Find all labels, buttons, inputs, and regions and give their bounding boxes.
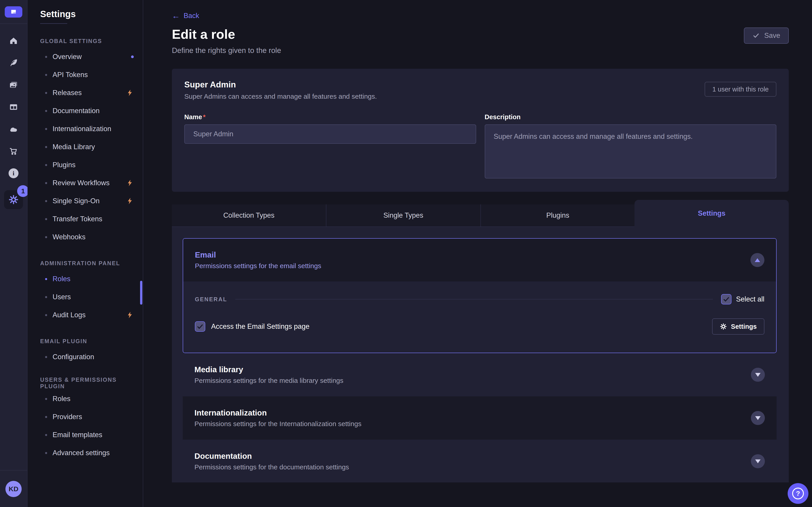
sidebar-item-roles-up[interactable]: Roles [28, 390, 143, 408]
content-manager-icon[interactable] [8, 58, 19, 68]
lightning-icon [126, 197, 134, 205]
accordion-media-library[interactable]: Media library Permissions settings for t… [183, 353, 776, 396]
accordion-subtitle: Permissions settings for the email setti… [195, 262, 321, 270]
sidebar-item-transfer-tokens[interactable]: Transfer Tokens [28, 210, 143, 228]
description-field[interactable]: Super Admins can access and manage all f… [485, 124, 776, 178]
select-all-checkbox[interactable] [721, 294, 731, 304]
sidebar-item-review-workflows[interactable]: Review Workflows [28, 174, 143, 192]
users-with-role-button[interactable]: 1 user with this role [705, 82, 776, 97]
bullet-icon [45, 278, 47, 280]
sidebar-item-advanced-settings[interactable]: Advanced settings [28, 444, 143, 462]
permission-checkbox[interactable] [195, 321, 205, 332]
strapi-logo[interactable] [5, 6, 22, 17]
rail-divider-bottom [0, 470, 27, 470]
sidebar-item-providers[interactable]: Providers [28, 408, 143, 426]
sidebar-item-releases[interactable]: Releases [28, 84, 143, 102]
name-label: Name [184, 113, 202, 121]
settings-tab-panel: Email Permissions settings for the email… [172, 227, 789, 483]
name-field[interactable] [184, 124, 476, 144]
expand-button[interactable] [751, 411, 765, 425]
bullet-icon [45, 314, 47, 316]
check-icon [722, 295, 730, 303]
sidebar-item-overview[interactable]: Overview [28, 48, 143, 66]
accordion-title: Email [195, 250, 321, 259]
role-subtitle: Super Admins can access and manage all f… [184, 93, 377, 100]
subnav-scrollbar[interactable] [140, 281, 142, 305]
sidebar-item-api-tokens[interactable]: API Tokens [28, 66, 143, 84]
page-title: Edit a role [172, 26, 789, 42]
permissions-tabs: Collection Types Single Types Plugins Se… [172, 205, 789, 227]
role-card: Super Admin Super Admins can access and … [172, 69, 789, 192]
tab-collection-types[interactable]: Collection Types [172, 205, 326, 227]
section-administration-panel: ADMINISTRATION PANEL [28, 259, 143, 268]
help-button[interactable]: ? [788, 483, 808, 504]
subnav-divider [40, 23, 67, 24]
check-icon [196, 323, 204, 330]
cloud-icon[interactable] [8, 124, 19, 134]
select-all-label: Select all [736, 295, 764, 303]
sidebar-item-users[interactable]: Users [28, 288, 143, 306]
bullet-icon [45, 236, 47, 238]
page-subtitle: Define the rights given to the role [172, 46, 789, 55]
accordion-documentation[interactable]: Documentation Permissions settings for t… [183, 440, 776, 483]
notification-badge: 1 [17, 185, 29, 197]
bullet-icon [45, 452, 47, 454]
avatar[interactable]: KD [5, 481, 22, 497]
check-icon [753, 32, 760, 39]
bullet-icon [45, 218, 47, 220]
back-link[interactable]: ← Back [172, 12, 199, 20]
sidebar-item-email-templates[interactable]: Email templates [28, 426, 143, 444]
bullet-icon [45, 92, 47, 94]
bullet-icon [45, 398, 47, 400]
collapse-button[interactable] [750, 253, 764, 267]
bullet-icon [45, 110, 47, 112]
lightning-icon [126, 311, 134, 319]
sidebar-item-internationalization[interactable]: Internationalization [28, 120, 143, 138]
bullet-icon [45, 74, 47, 76]
lightning-icon [126, 179, 134, 187]
expand-button[interactable] [751, 368, 765, 382]
back-arrow-icon: ← [172, 12, 180, 20]
bullet-icon [45, 182, 47, 184]
email-settings-button[interactable]: Settings [712, 319, 764, 335]
bullet-icon [45, 434, 47, 436]
icon-rail: i 1 KD [0, 0, 28, 507]
section-divider [235, 299, 713, 299]
sidebar-item-roles-admin[interactable]: Roles [28, 270, 143, 288]
sidebar-item-configuration[interactable]: Configuration [28, 348, 143, 366]
bullet-icon [45, 146, 47, 148]
media-library-icon[interactable] [8, 80, 19, 90]
accordion-internationalization[interactable]: Internationalization Permissions setting… [183, 396, 776, 440]
question-mark-icon: ? [792, 488, 804, 499]
settings-rail-button[interactable]: 1 [4, 190, 23, 209]
sidebar-item-media-library[interactable]: Media Library [28, 138, 143, 156]
bullet-icon [45, 296, 47, 298]
sidebar-item-audit-logs[interactable]: Audit Logs [28, 306, 143, 324]
bullet-icon [45, 356, 47, 358]
content-type-builder-icon[interactable] [8, 102, 19, 112]
marketplace-icon[interactable] [8, 146, 19, 156]
permission-label: Access the Email Settings page [211, 323, 309, 331]
lightning-icon [126, 89, 134, 97]
gear-icon [8, 194, 19, 205]
home-icon[interactable] [8, 36, 19, 46]
sidebar-item-plugins[interactable]: Plugins [28, 156, 143, 174]
bullet-icon [45, 56, 47, 58]
sidebar-item-webhooks[interactable]: Webhooks [28, 228, 143, 246]
expand-button[interactable] [751, 454, 765, 468]
tab-single-types[interactable]: Single Types [326, 205, 481, 227]
general-section-label: GENERAL [195, 296, 227, 302]
save-button[interactable]: Save [744, 27, 789, 44]
bullet-icon [45, 128, 47, 130]
sidebar-item-documentation[interactable]: Documentation [28, 102, 143, 120]
bullet-icon [45, 164, 47, 166]
tab-plugins[interactable]: Plugins [481, 205, 635, 227]
bullet-icon [45, 200, 47, 202]
sidebar-item-single-sign-on[interactable]: Single Sign-On [28, 192, 143, 210]
chevron-down-icon [755, 373, 761, 377]
info-icon[interactable]: i [8, 168, 19, 178]
chevron-down-icon [755, 416, 761, 420]
accordion-email-header[interactable]: Email Permissions settings for the email… [183, 239, 776, 281]
tab-settings[interactable]: Settings [635, 200, 789, 227]
required-asterisk: * [203, 113, 205, 121]
